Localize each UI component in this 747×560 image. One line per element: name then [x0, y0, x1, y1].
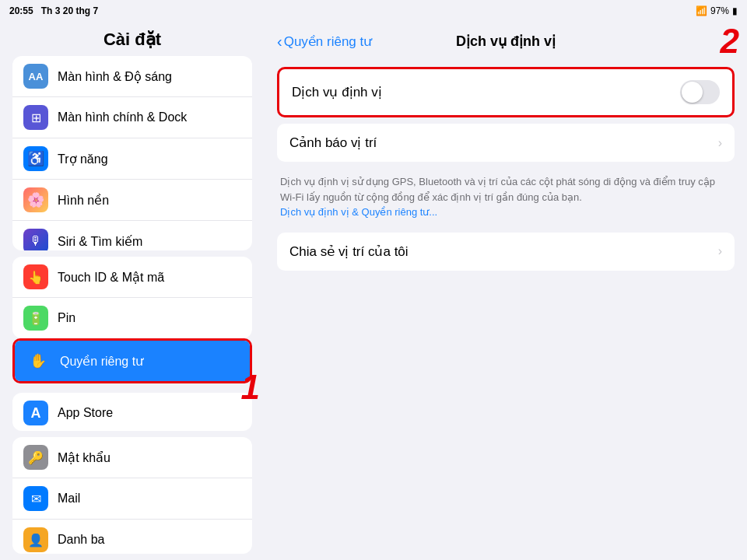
battery-percent: 97% — [710, 5, 729, 16]
sidebar-quyen-wrapper: ✋ Quyền riêng tư 1 — [12, 338, 252, 383]
sidebar-item-label: Touch ID & Mật mã — [58, 270, 164, 285]
back-button[interactable]: ‹ Quyền riêng tư — [277, 33, 372, 51]
siri-icon: 🎙 — [23, 229, 48, 250]
man-hinh-icon: AA — [23, 64, 48, 89]
sidebar-active-annotation: ✋ Quyền riêng tư — [12, 338, 252, 383]
back-label: Quyền riêng tư — [284, 33, 373, 50]
sidebar-item-label: App Store — [58, 406, 113, 420]
sidebar-item-label: Pin — [58, 311, 75, 325]
sidebar-item-pin[interactable]: 🔋 Pin — [12, 298, 252, 338]
mat-khau-icon: 🔑 — [23, 445, 48, 470]
quyen-icon: ✋ — [26, 348, 51, 373]
touch-id-icon: 👆 — [23, 264, 48, 289]
danh-ba-icon: 👤 — [23, 527, 48, 552]
sidebar-section-accounts: 🔑 Mật khẩu ✉ Mail 👤 Danh ba — [12, 437, 252, 554]
wifi-icon: 📶 — [696, 5, 707, 16]
sidebar-item-man-hinh-chinh[interactable]: ⊞ Màn hình chính & Dock — [12, 97, 252, 138]
panel-content: Dịch vụ định vị Cảnh báo vị trí › Dịch v… — [265, 61, 747, 560]
sidebar-item-danh-ba[interactable]: 👤 Danh ba — [12, 520, 252, 554]
sidebar-item-label: Danh ba — [58, 533, 105, 547]
chevron-right-icon: › — [718, 244, 722, 258]
back-arrow-icon: ‹ — [277, 33, 282, 51]
status-bar: 20:55 Th 3 20 thg 7 📶 97% ▮ — [0, 0, 747, 22]
chia-se-label: Chia sẻ vị trí của tôi — [289, 243, 409, 260]
sidebar-touch-pin-wrapper: 👆 Touch ID & Mật mã 🔋 Pin — [0, 257, 265, 338]
app-store-icon: A — [23, 401, 48, 425]
pin-icon: 🔋 — [23, 306, 48, 331]
sidebar-item-label: Màn hình & Độ sáng — [58, 69, 172, 84]
tro-nang-icon: ♿ — [23, 146, 48, 171]
sidebar-item-label: Quyền riêng tư — [60, 354, 143, 369]
sidebar-item-label: Màn hình chính & Dock — [58, 110, 187, 124]
info-link[interactable]: Dịch vụ định vị & Quyền riêng tư... — [280, 206, 437, 218]
sidebar-item-label: Mật khẩu — [58, 450, 110, 465]
sidebar-section-appstore: A App Store — [12, 393, 252, 431]
battery-icon: ▮ — [732, 5, 738, 16]
sidebar-section-display: AA Màn hình & Độ sáng ⊞ Màn hình chính &… — [12, 56, 252, 250]
location-rows-section: Cảnh báo vị trí › — [277, 124, 735, 162]
share-section: Chia sẻ vị trí của tôi › — [277, 233, 735, 271]
location-toggle-row[interactable]: Dịch vụ định vị — [277, 67, 735, 117]
sidebar-item-siri[interactable]: 🎙 Siri & Tìm kiếm — [12, 221, 252, 250]
nav-bar: ‹ Quyền riêng tư Dịch vụ định vị 2 — [265, 22, 747, 61]
sidebar-item-label: Siri & Tìm kiếm — [58, 234, 142, 249]
status-time-date: 20:55 Th 3 20 thg 7 — [9, 5, 98, 16]
toggle-knob — [682, 82, 703, 103]
sidebar-item-label: Trợ năng — [58, 152, 108, 166]
sidebar-section-touch-pin: 👆 Touch ID & Mật mã 🔋 Pin — [12, 257, 252, 338]
page-title: Dịch vụ định vị — [456, 33, 556, 50]
chia-se-row[interactable]: Chia sẻ vị trí của tôi › — [277, 233, 735, 271]
sidebar-item-mat-khau[interactable]: 🔑 Mật khẩu — [12, 437, 252, 478]
hinh-nen-icon: 🌸 — [23, 187, 48, 212]
sidebar-title: Cài đặt — [0, 22, 265, 56]
sidebar-item-quyen-rieng-tu[interactable]: ✋ Quyền riêng tư — [15, 341, 250, 381]
canh-bao-label: Cảnh báo vị trí — [289, 135, 377, 151]
man-hinh-chinh-icon: ⊞ — [23, 105, 48, 130]
sidebar-item-tro-nang[interactable]: ♿ Trợ năng — [12, 138, 252, 180]
sidebar-item-touch-id[interactable]: 👆 Touch ID & Mật mã — [12, 257, 252, 298]
sidebar-item-hinh-nen[interactable]: 🌸 Hình nền — [12, 180, 252, 221]
right-panel: ‹ Quyền riêng tư Dịch vụ định vị 2 Dịch … — [265, 22, 747, 560]
location-toggle-label: Dịch vụ định vị — [292, 84, 382, 100]
mail-icon: ✉ — [23, 486, 48, 511]
sidebar-item-man-hinh-do-sang[interactable]: AA Màn hình & Độ sáng — [12, 56, 252, 97]
location-toggle-switch[interactable] — [680, 80, 720, 104]
sidebar-item-app-store[interactable]: A App Store — [12, 393, 252, 431]
canh-bao-row[interactable]: Cảnh báo vị trí › — [277, 124, 735, 162]
sidebar-item-label: Mail — [58, 492, 80, 506]
annotation-badge-2: 2 — [721, 22, 739, 61]
status-indicators: 📶 97% ▮ — [696, 5, 738, 16]
info-text: Dịch vụ định vị sử dụng GPS, Bluetooth v… — [277, 168, 735, 223]
sidebar-item-label: Hình nền — [58, 193, 109, 208]
sidebar: Cài đặt AA Màn hình & Độ sáng ⊞ Màn hình… — [0, 22, 265, 560]
chevron-right-icon: › — [718, 136, 722, 150]
sidebar-item-mail[interactable]: ✉ Mail — [12, 478, 252, 520]
